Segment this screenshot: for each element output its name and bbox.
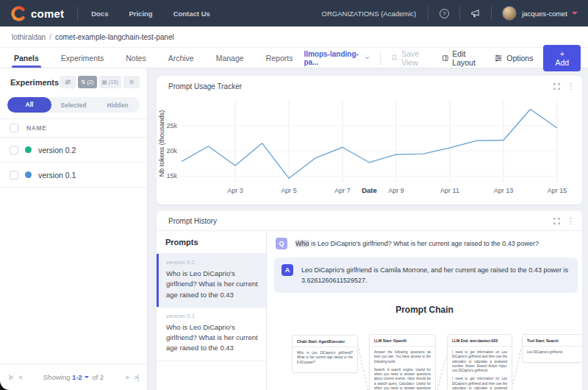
divider bbox=[380, 52, 381, 65]
experiment-filter-tabs: All Selected Hidden bbox=[7, 97, 140, 113]
save-view-button[interactable]: Save View bbox=[391, 49, 431, 67]
experiment-name[interactable]: version 0.2 bbox=[38, 146, 76, 155]
row-checkbox[interactable] bbox=[10, 171, 18, 180]
chain-card-agent-executor[interactable]: Chain Start: AgentExecutor Who is Leo Di… bbox=[292, 335, 358, 373]
svg-text:15k: 15k bbox=[166, 172, 177, 180]
kebab-menu-icon[interactable]: ⋮ bbox=[567, 217, 575, 225]
settings-button[interactable]: ⚙ bbox=[123, 76, 140, 88]
next-page-icon[interactable]: > bbox=[125, 374, 128, 381]
pagination-total-label: of 2 bbox=[92, 373, 104, 381]
expand-icon[interactable] bbox=[553, 217, 561, 225]
chain-card-text: Search: A search engine. Useful for when… bbox=[374, 368, 431, 390]
prompt-usage-tracker-panel: Prompt Usage Tracker ⋮ 15k20k25kApr 3Apr… bbox=[157, 76, 582, 205]
comet-logo-icon[interactable] bbox=[10, 6, 26, 21]
sliders-icon bbox=[494, 54, 503, 63]
experiment-color-dot bbox=[25, 171, 32, 178]
chain-card-llm-start[interactable]: LLM Start: OpenAI Answer the following q… bbox=[369, 334, 436, 390]
breadcrumb-workspace[interactable]: lothiraldan bbox=[12, 33, 46, 41]
expand-icon[interactable] bbox=[553, 82, 561, 91]
tab-notes[interactable]: Notes bbox=[115, 48, 157, 68]
help-icon[interactable]: ? bbox=[439, 8, 449, 18]
options-button[interactable]: Options bbox=[494, 54, 533, 63]
sort-button[interactable]: ⇅ (2) bbox=[78, 76, 96, 88]
svg-text:Date: Date bbox=[362, 186, 377, 194]
prompt-history-panel: Prompt History ⋮ Prompts version 0.2 Who… bbox=[157, 210, 582, 390]
tab-archive[interactable]: Archive bbox=[157, 48, 205, 68]
tab-reports[interactable]: Reports bbox=[255, 48, 304, 68]
panel-title: Prompt History bbox=[168, 217, 217, 225]
prev-page-icon[interactable]: < bbox=[19, 374, 22, 381]
organizations-selector[interactable]: ORGANIZATIONS (Academic) bbox=[322, 10, 417, 18]
breadcrumb-project[interactable]: comet-example-langchain-test-panel bbox=[55, 33, 174, 41]
chain-card-text: I need to get information on Leo DiCapri… bbox=[452, 350, 507, 373]
svg-text:Apr 9: Apr 9 bbox=[388, 187, 404, 194]
chain-card-text: Who is Leo DiCaprio's girlfriend? What i… bbox=[297, 351, 353, 365]
window-corner-artifact bbox=[0, 380, 15, 390]
username[interactable]: jacques-comet bbox=[522, 10, 567, 18]
svg-text:Apr 5: Apr 5 bbox=[281, 187, 297, 194]
edit-layout-button[interactable]: Edit Layout bbox=[442, 49, 484, 67]
panel-title: Prompt Usage Tracker bbox=[168, 82, 242, 91]
nav-docs[interactable]: Docs bbox=[91, 10, 108, 18]
svg-text:Apr 11: Apr 11 bbox=[440, 187, 459, 194]
chain-card-llm-end[interactable]: LLM End: text-davinci-003 I need to get … bbox=[447, 334, 512, 390]
filter-hidden[interactable]: Hidden bbox=[96, 102, 140, 109]
tab-experiments[interactable]: Experiments bbox=[50, 48, 115, 68]
view-selector-dropdown[interactable]: llmops-landing-pa... bbox=[304, 50, 370, 66]
top-header: comet Docs Pricing Contact Us ORGANIZATI… bbox=[0, 0, 588, 26]
sort-icon: ⇅ bbox=[81, 79, 85, 85]
nav-contact-us[interactable]: Contact Us bbox=[173, 10, 210, 18]
grid-icon: ▦ bbox=[102, 79, 107, 85]
brand-name[interactable]: comet bbox=[31, 7, 64, 20]
chain-card-tool-start[interactable]: Tool Start: Search Leo DiCaprio's girlfr… bbox=[522, 334, 582, 363]
filter-selected[interactable]: Selected bbox=[51, 102, 96, 109]
chain-card-title: LLM Start: OpenAI bbox=[370, 335, 435, 347]
filter-all[interactable]: All bbox=[7, 97, 51, 113]
chain-card-text: Leo DiCaprio's girlfriend bbox=[527, 350, 582, 355]
svg-text:Apr 15: Apr 15 bbox=[548, 187, 567, 194]
chain-card-title: Tool Start: Search bbox=[523, 335, 582, 347]
tab-panels[interactable]: Panels bbox=[3, 48, 50, 68]
chain-card-text: Answer the following questions as best y… bbox=[374, 350, 431, 364]
last-page-icon[interactable]: >| bbox=[134, 374, 138, 381]
bookmark-icon bbox=[391, 54, 398, 62]
svg-text:Apr 7: Apr 7 bbox=[334, 187, 351, 194]
experiments-title: Experiments bbox=[10, 78, 59, 87]
experiments-sidebar: Experiments ⇅ (2) ▦ (15) ⚙ All Selected … bbox=[0, 68, 148, 390]
layout-icon bbox=[442, 54, 449, 63]
page-range-dropdown[interactable]: 1-2 bbox=[72, 373, 82, 381]
chevron-down-icon[interactable] bbox=[572, 12, 578, 15]
project-tab-bar: Panels Experiments Notes Archive Manage … bbox=[0, 48, 588, 68]
add-button[interactable]: + Add bbox=[543, 45, 581, 71]
gear-icon: ⚙ bbox=[129, 79, 135, 85]
svg-text:Apr 13: Apr 13 bbox=[494, 187, 514, 194]
kebab-menu-icon[interactable]: ⋮ bbox=[567, 82, 575, 91]
experiment-row[interactable]: version 0.1 bbox=[0, 163, 147, 188]
experiment-name[interactable]: version 0.1 bbox=[38, 171, 76, 180]
filter-sliders-button[interactable] bbox=[60, 76, 76, 88]
divider bbox=[491, 7, 492, 20]
svg-text:20k: 20k bbox=[166, 147, 177, 155]
columns-grid-button[interactable]: ▦ (15) bbox=[99, 76, 121, 88]
user-avatar[interactable] bbox=[502, 6, 517, 21]
sliders-icon bbox=[65, 79, 71, 85]
chain-card-text: I need to get information on Leo DiCapri… bbox=[452, 377, 507, 390]
divider bbox=[459, 7, 460, 20]
breadcrumb-separator: / bbox=[49, 33, 51, 41]
tokens-line-chart[interactable]: 15k20k25kApr 3Apr 5Apr 7Apr 9Apr 11Apr 1… bbox=[157, 76, 582, 205]
experiment-row[interactable]: version 0.2 bbox=[0, 138, 147, 163]
first-page-icon[interactable]: |< bbox=[9, 374, 13, 381]
row-checkbox[interactable] bbox=[10, 146, 18, 155]
pagination-showing-label: Showing bbox=[43, 373, 70, 381]
divider bbox=[428, 7, 429, 20]
svg-text:25k: 25k bbox=[166, 122, 177, 130]
select-all-checkbox[interactable] bbox=[10, 124, 18, 132]
chevron-down-icon bbox=[85, 376, 89, 378]
announcement-icon[interactable] bbox=[470, 8, 481, 18]
chain-card-title: LLM End: text-davinci-003 bbox=[448, 335, 512, 347]
tab-manage[interactable]: Manage bbox=[205, 48, 255, 68]
name-column-header[interactable]: NAME bbox=[26, 124, 46, 132]
top-nav: Docs Pricing Contact Us bbox=[91, 10, 210, 18]
divider bbox=[77, 7, 78, 20]
nav-pricing[interactable]: Pricing bbox=[129, 10, 152, 18]
